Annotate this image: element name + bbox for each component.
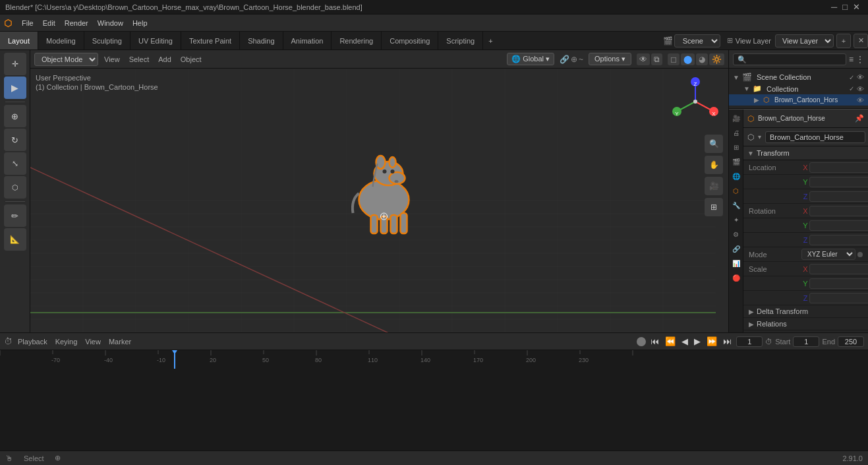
relations-header[interactable]: ▶ Relations (743, 318, 868, 330)
prop-particles-icon[interactable]: ✦ (730, 214, 742, 226)
select-menu-btn[interactable]: Select (126, 54, 153, 65)
tab-add-btn[interactable]: + (483, 34, 498, 47)
tab-uv-editing[interactable]: UV Editing (130, 32, 181, 49)
prop-output-icon[interactable]: 🖨 (730, 127, 742, 139)
tab-animation[interactable]: Animation (283, 32, 332, 49)
scale-tool-btn[interactable]: ⤡ (4, 152, 26, 175)
data-dropdown-icon[interactable]: ▾ (758, 133, 761, 140)
object-menu-btn[interactable]: Object (177, 54, 205, 65)
material-preview-btn[interactable]: ◕ (696, 53, 708, 65)
outliner-filter-btn[interactable]: ≡ (849, 55, 854, 64)
viewport-3d[interactable]: User Perspective (1) Collection | Brown_… (30, 69, 728, 332)
scale-z-input[interactable] (809, 293, 868, 303)
viewport-gizmo[interactable]: Z X Y (669, 75, 722, 128)
step-fwd-btn[interactable]: ⏩ (705, 336, 719, 347)
outliner-horse-item[interactable]: ▶ ⬡ Brown_Cartoon_Hors 👁 (729, 94, 868, 106)
cursor-tool-btn[interactable]: ✛ (4, 53, 26, 75)
view-layer-add-btn[interactable]: + (836, 34, 851, 48)
jump-start-btn[interactable]: ⏮ (649, 336, 661, 347)
menu-render[interactable]: Render (60, 18, 93, 28)
prop-object-icon[interactable]: ⬡ (730, 185, 742, 197)
keying-menu-btn[interactable]: Keying (53, 336, 80, 347)
step-back-btn[interactable]: ⏪ (663, 336, 678, 347)
delta-transform-header[interactable]: ▶ Delta Transform (743, 305, 868, 318)
current-frame-input[interactable] (736, 336, 763, 347)
solid-mode-btn[interactable]: ⬤ (681, 53, 695, 65)
outliner-options-btn[interactable]: ⋮ (856, 55, 864, 64)
scale-y-input[interactable] (809, 278, 868, 289)
menu-file[interactable]: File (17, 18, 38, 28)
jump-end-btn[interactable]: ⏭ (721, 336, 734, 347)
minimize-btn[interactable]: ─ (831, 2, 837, 12)
record-btn[interactable] (637, 337, 646, 346)
playback-menu-btn[interactable]: Playback (15, 336, 50, 347)
play-btn[interactable]: ▶ (692, 336, 703, 347)
outliner-scene-collection[interactable]: ▼ 🎬 Scene Collection ✓ 👁 (729, 71, 868, 83)
rendered-mode-btn[interactable]: 🔆 (709, 53, 724, 65)
prop-physics-icon[interactable]: ⚙ (730, 228, 742, 240)
add-menu-btn[interactable]: Add (155, 54, 175, 65)
overlay-btn[interactable]: 👁 ⧉ (637, 53, 662, 65)
play-reverse-btn[interactable]: ◀ (680, 336, 690, 347)
select-tool-btn[interactable]: ▶ (4, 77, 26, 99)
tab-compositing[interactable]: Compositing (382, 32, 438, 49)
close-btn[interactable]: ✕ (853, 2, 860, 12)
eye-icon-scene[interactable]: 👁 (857, 73, 864, 81)
tab-modeling[interactable]: Modeling (38, 32, 84, 49)
rotation-x-input[interactable] (809, 206, 868, 216)
location-z-input[interactable] (809, 191, 868, 202)
ortho-btn[interactable]: ⊞ (705, 198, 723, 216)
outliner-collection[interactable]: ▼ 📁 Collection ✓ 👁 (729, 83, 868, 94)
start-frame-input[interactable] (793, 336, 819, 347)
prop-scene-icon[interactable]: 🎬 (730, 156, 742, 168)
wireframe-mode-btn[interactable]: ◻ (668, 53, 680, 65)
pin-btn[interactable]: 📌 (855, 114, 864, 123)
zoom-fit-btn[interactable]: 🔍 (705, 135, 723, 153)
visibility-check-2[interactable]: ✓ (849, 85, 854, 92)
mode-dot[interactable] (857, 252, 863, 257)
location-y-input[interactable] (809, 177, 868, 187)
camera-btn[interactable]: 🎥 (705, 177, 723, 195)
data-name-input[interactable] (765, 131, 865, 143)
prop-view-layer-icon[interactable]: ⊞ (730, 141, 742, 153)
tab-rendering[interactable]: Rendering (332, 32, 382, 49)
view-layer-selector[interactable]: View Layer (775, 34, 834, 47)
prop-world-icon[interactable]: 🌐 (730, 170, 742, 182)
menu-help[interactable]: Help (128, 18, 152, 28)
timeline-icon-btn[interactable]: ⏱ (4, 336, 13, 346)
tab-scripting[interactable]: Scripting (438, 32, 483, 49)
outliner-search-input[interactable] (733, 53, 846, 65)
transform-tool-btn[interactable]: ⬡ (4, 176, 26, 199)
mode-select[interactable]: Object Mode (34, 53, 98, 66)
rotation-mode-select[interactable]: XYZ Euler (801, 249, 855, 260)
scene-selector[interactable]: Scene (674, 34, 720, 47)
prop-modifier-icon[interactable]: 🔧 (730, 199, 742, 211)
view-menu-btn[interactable]: View (82, 336, 103, 347)
annotate-tool-btn[interactable]: ✏ (4, 204, 26, 227)
options-btn[interactable]: Options ▾ (589, 53, 631, 65)
prop-material-icon[interactable]: 🔴 (730, 272, 742, 284)
scale-x-input[interactable] (809, 264, 868, 274)
menu-window[interactable]: Window (93, 18, 128, 28)
marker-menu-btn[interactable]: Marker (106, 336, 134, 347)
pan-btn[interactable]: ✋ (705, 156, 723, 174)
visibility-checkbox[interactable]: ✓ (849, 74, 854, 81)
prop-render-icon[interactable]: 🎥 (730, 112, 742, 124)
snap-controls[interactable]: 🔗 ⊕ ~ (560, 55, 583, 64)
rotate-tool-btn[interactable]: ↻ (4, 129, 26, 151)
rotation-z-input[interactable] (809, 235, 868, 245)
location-x-input[interactable] (809, 162, 868, 173)
transform-orientations[interactable]: 🌐 Global ▾ (507, 53, 554, 65)
menu-edit[interactable]: Edit (38, 18, 60, 28)
tab-layout[interactable]: Layout (0, 32, 38, 49)
view-menu-btn[interactable]: View (101, 54, 123, 65)
prop-constraints-icon[interactable]: 🔗 (730, 243, 742, 255)
rotation-y-input[interactable] (809, 220, 868, 231)
timeline-content[interactable]: -70 -40 -10 20 50 80 110 140 170 200 230 (0, 350, 868, 450)
view-layer-remove-btn[interactable]: ✕ (854, 34, 868, 48)
tab-sculpting[interactable]: Sculpting (84, 32, 130, 49)
maximize-btn[interactable]: □ (842, 2, 848, 12)
tab-shading[interactable]: Shading (240, 32, 283, 49)
eye-icon-collection[interactable]: 👁 (857, 85, 864, 93)
transform-section-header[interactable]: ▼ Transform (743, 146, 868, 160)
